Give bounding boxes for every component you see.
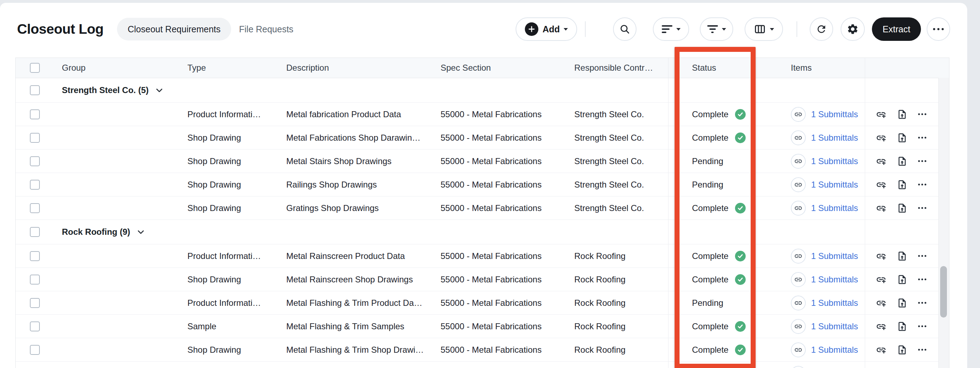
description-cell: Metal Stairs Shop Drawings — [279, 149, 433, 173]
status-complete-icon — [735, 133, 746, 143]
row-more-options-button[interactable] — [918, 255, 926, 257]
submittals-link[interactable]: 1 Submittals — [791, 319, 858, 334]
row-select-checkbox[interactable] — [30, 133, 40, 143]
type-cell: Shop Drawing — [180, 149, 279, 173]
column-header-responsible-contractor[interactable]: Responsible Contr… — [567, 58, 668, 78]
upload-file-button[interactable] — [897, 179, 907, 190]
row-select-checkbox[interactable] — [30, 109, 40, 119]
row-more-options-button[interactable] — [918, 113, 926, 115]
app-window: Closeout Log Closeout Requirements File … — [0, 0, 980, 368]
table-row: Product Informati… Metal fabrication Pro… — [16, 103, 949, 126]
row-select-checkbox[interactable] — [30, 180, 40, 190]
select-all-checkbox[interactable] — [30, 63, 40, 73]
row-more-options-button[interactable] — [918, 160, 926, 162]
upload-file-button[interactable] — [897, 274, 907, 285]
row-more-options-button[interactable] — [918, 184, 926, 186]
row-select-checkbox[interactable] — [30, 203, 40, 213]
row-more-options-button[interactable] — [918, 349, 926, 351]
submittals-link[interactable]: 1 Submittals — [791, 249, 858, 263]
filter-button[interactable] — [700, 17, 733, 41]
add-link-button[interactable] — [876, 133, 886, 143]
refresh-button[interactable] — [810, 17, 833, 41]
status-complete-icon — [735, 274, 746, 285]
status-cell: Pending — [668, 173, 756, 196]
header-scroll-corner — [939, 58, 949, 78]
add-link-button[interactable] — [876, 274, 886, 285]
row-select-checkbox[interactable] — [30, 274, 40, 284]
submittals-link[interactable]: 1 Submittals — [791, 295, 858, 311]
row-select-checkbox[interactable] — [30, 345, 40, 355]
spec-section-cell: 55000 - Metal Fabrications — [433, 268, 567, 291]
more-options-button[interactable] — [927, 17, 950, 41]
submittals-link[interactable]: 1 Submittals — [791, 272, 858, 287]
add-link-button[interactable] — [876, 203, 886, 214]
spec-section-cell: 75423 - Thermoplastic-Polyol… — [433, 362, 567, 368]
add-link-button[interactable] — [876, 179, 886, 190]
search-button[interactable] — [613, 17, 636, 41]
tab-closeout-requirements[interactable]: Closeout Requirements — [117, 18, 231, 41]
submittals-link[interactable]: 1 Submittals — [791, 177, 858, 192]
group-name[interactable]: Rock Roofing (9) — [62, 227, 146, 237]
row-select-checkbox[interactable] — [30, 298, 40, 308]
upload-file-button[interactable] — [897, 203, 907, 214]
upload-file-button[interactable] — [897, 133, 907, 143]
add-link-button[interactable] — [876, 109, 886, 120]
column-header-spec-section[interactable]: Spec Section — [433, 58, 567, 78]
submittals-link[interactable]: 1 Submittals — [791, 107, 858, 122]
upload-file-button[interactable] — [897, 251, 907, 262]
add-link-button[interactable] — [876, 156, 886, 167]
column-header-description[interactable]: Description — [279, 58, 433, 78]
column-header-status[interactable]: Status — [668, 58, 756, 78]
row-more-options-button[interactable] — [918, 325, 926, 327]
upload-file-button[interactable] — [897, 344, 907, 355]
upload-file-button[interactable] — [897, 156, 907, 167]
description-cell: Metal Rainscreen Shop Drawings — [279, 268, 433, 291]
tab-file-requests[interactable]: File Requests — [239, 24, 293, 35]
chevron-down-icon — [676, 28, 681, 30]
add-link-button[interactable] — [876, 298, 886, 308]
column-header-items[interactable]: Items — [756, 58, 865, 78]
upload-file-button[interactable] — [897, 109, 907, 120]
settings-button[interactable] — [841, 17, 865, 41]
filter-icon — [707, 25, 718, 33]
column-header-group[interactable]: Group — [62, 63, 86, 73]
row-select-checkbox[interactable] — [30, 156, 40, 166]
columns-button[interactable] — [745, 17, 783, 41]
submittals-link[interactable]: 1 Submittals — [791, 130, 858, 145]
chevron-down-icon — [136, 227, 146, 237]
add-link-button[interactable] — [876, 321, 886, 332]
sort-button[interactable] — [653, 17, 689, 41]
add-button[interactable]: Add — [515, 17, 577, 41]
link-icon — [791, 154, 806, 169]
vertical-scrollbar[interactable] — [939, 78, 949, 368]
submittals-link[interactable]: 1 Submittals — [791, 201, 858, 216]
row-more-options-button[interactable] — [918, 137, 926, 138]
upload-file-button[interactable] — [897, 321, 907, 332]
submittals-link[interactable]: 1 Submittals — [791, 366, 858, 368]
upload-file-button[interactable] — [897, 298, 907, 308]
responsible-contractor-cell: Strength Steel Co. — [567, 149, 668, 173]
table-header-row: Group Type Description Spec Section Resp… — [16, 58, 949, 78]
status-cell: Complete — [668, 362, 756, 368]
row-select-checkbox[interactable] — [30, 322, 40, 332]
type-cell: Shop Drawing — [180, 197, 279, 219]
row-more-options-button[interactable] — [918, 207, 926, 209]
row-more-options-button[interactable] — [918, 279, 926, 280]
submittals-link[interactable]: 1 Submittals — [791, 154, 858, 169]
row-more-options-button[interactable] — [918, 302, 926, 304]
description-cell: Metal Rainscreen Product Data — [279, 244, 433, 268]
add-link-button[interactable] — [876, 344, 886, 355]
add-button-label: Add — [542, 24, 560, 35]
type-cell: Product Informati… — [180, 362, 279, 368]
description-cell: Metal Flashing & Trim Samples — [279, 315, 433, 338]
group-select-checkbox[interactable] — [30, 227, 40, 237]
description-cell: Metal Fabrications Shop Darawin… — [279, 126, 433, 149]
submittals-link[interactable]: 1 Submittals — [791, 343, 858, 357]
group-select-checkbox[interactable] — [30, 85, 40, 95]
column-header-type[interactable]: Type — [180, 58, 279, 78]
extract-button[interactable]: Extract — [872, 17, 921, 41]
row-select-checkbox[interactable] — [30, 251, 40, 261]
group-name[interactable]: Strength Steel Co. (5) — [62, 85, 164, 95]
scrollbar-thumb[interactable] — [940, 266, 947, 317]
add-link-button[interactable] — [876, 251, 886, 262]
